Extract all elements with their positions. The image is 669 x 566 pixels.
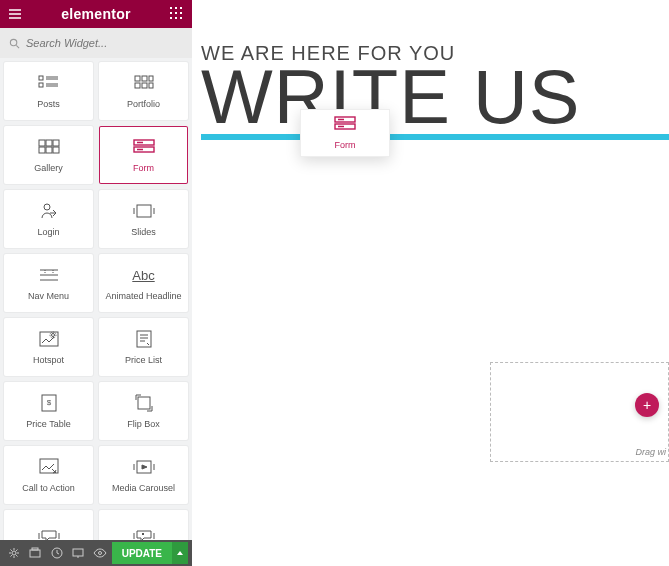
menu-icon[interactable] bbox=[8, 7, 22, 21]
widget-form[interactable]: Form bbox=[99, 126, 188, 184]
widget-login[interactable]: Login bbox=[4, 190, 93, 248]
widget-label: Flip Box bbox=[127, 419, 160, 429]
posts-icon bbox=[38, 73, 60, 93]
add-section-button[interactable]: + bbox=[635, 393, 659, 417]
drop-zone[interactable]: + Drag wi bbox=[490, 362, 669, 462]
history-icon[interactable] bbox=[47, 542, 67, 564]
svg-rect-23 bbox=[53, 147, 59, 153]
widget-flip-box[interactable]: Flip Box bbox=[99, 382, 188, 440]
svg-rect-15 bbox=[135, 83, 140, 88]
widget-call-to-action[interactable]: Call to Action bbox=[4, 446, 93, 504]
navigator-icon[interactable] bbox=[26, 542, 46, 564]
svg-rect-11 bbox=[39, 83, 43, 87]
settings-icon[interactable] bbox=[4, 542, 24, 564]
elementor-panel: elementor Posts Portfolio Gallery Form L… bbox=[0, 0, 192, 566]
drop-hint: Drag wi bbox=[635, 447, 666, 457]
svg-rect-41 bbox=[73, 549, 83, 556]
svg-point-42 bbox=[98, 552, 101, 555]
svg-rect-17 bbox=[149, 83, 153, 88]
svg-rect-22 bbox=[46, 147, 52, 153]
widget-posts[interactable]: Posts bbox=[4, 62, 93, 120]
widget-nav-menu[interactable]: Nav Menu bbox=[4, 254, 93, 312]
widget-grid: Posts Portfolio Gallery Form Login Slide… bbox=[0, 58, 192, 540]
svg-rect-34 bbox=[138, 397, 150, 409]
responsive-icon[interactable] bbox=[69, 542, 89, 564]
widget-label: Posts bbox=[37, 99, 60, 109]
canvas[interactable]: WE ARE HERE FOR YOU WRITE US Form + Drag… bbox=[192, 0, 669, 566]
widget-price-list[interactable]: Price List bbox=[99, 318, 188, 376]
svg-rect-19 bbox=[46, 140, 52, 146]
svg-rect-18 bbox=[39, 140, 45, 146]
svg-point-9 bbox=[10, 39, 16, 45]
preview-icon[interactable] bbox=[90, 542, 110, 564]
svg-rect-27 bbox=[137, 205, 151, 217]
portfolio-icon bbox=[134, 73, 154, 93]
widget-slides[interactable]: Slides bbox=[99, 190, 188, 248]
reviews-icon bbox=[133, 526, 155, 540]
widget-reviews[interactable] bbox=[99, 510, 188, 540]
svg-rect-8 bbox=[180, 17, 182, 19]
svg-rect-21 bbox=[39, 147, 45, 153]
update-options-icon[interactable] bbox=[172, 542, 188, 564]
svg-point-30 bbox=[50, 332, 56, 338]
svg-rect-12 bbox=[135, 76, 140, 81]
svg-rect-6 bbox=[170, 17, 172, 19]
widget-label: Gallery bbox=[34, 163, 63, 173]
widget-label: Animated Headline bbox=[105, 291, 181, 301]
widget-media-carousel[interactable]: Media Carousel bbox=[99, 446, 188, 504]
widget-testimonial-carousel[interactable] bbox=[4, 510, 93, 540]
widget-label: Media Carousel bbox=[112, 483, 175, 493]
animated-headline-icon: Abc bbox=[132, 265, 154, 285]
widget-label: Hotspot bbox=[33, 355, 64, 365]
svg-rect-4 bbox=[175, 12, 177, 14]
widget-label: Nav Menu bbox=[28, 291, 69, 301]
login-icon bbox=[40, 201, 58, 221]
svg-point-29 bbox=[51, 334, 54, 337]
testimonial-icon bbox=[38, 526, 60, 540]
svg-rect-14 bbox=[149, 76, 153, 81]
svg-rect-7 bbox=[175, 17, 177, 19]
widget-hotspot[interactable]: Hotspot bbox=[4, 318, 93, 376]
svg-rect-20 bbox=[53, 140, 59, 146]
svg-rect-0 bbox=[170, 7, 172, 9]
panel-footer: UPDATE bbox=[0, 540, 192, 566]
widget-price-table[interactable]: $Price Table bbox=[4, 382, 93, 440]
svg-rect-10 bbox=[39, 76, 43, 80]
svg-rect-28 bbox=[40, 332, 58, 346]
widget-portfolio[interactable]: Portfolio bbox=[99, 62, 188, 120]
widget-label: Login bbox=[37, 227, 59, 237]
widget-animated-headline[interactable]: AbcAnimated Headline bbox=[99, 254, 188, 312]
dragging-label: Form bbox=[335, 140, 356, 150]
panel-header: elementor bbox=[0, 0, 192, 28]
svg-rect-3 bbox=[170, 12, 172, 14]
dragging-widget[interactable]: Form bbox=[300, 109, 390, 157]
nav-menu-icon bbox=[39, 265, 59, 285]
brand-label: elementor bbox=[61, 6, 131, 22]
hero-section[interactable]: WE ARE HERE FOR YOU WRITE US bbox=[201, 42, 669, 131]
cta-icon bbox=[39, 457, 59, 477]
search-icon bbox=[9, 38, 20, 49]
widget-label: Slides bbox=[131, 227, 156, 237]
hero-underline bbox=[201, 134, 669, 140]
gallery-icon bbox=[38, 137, 60, 157]
update-button[interactable]: UPDATE bbox=[112, 542, 172, 564]
search-bar[interactable] bbox=[0, 28, 192, 58]
media-carousel-icon bbox=[132, 457, 156, 477]
svg-rect-16 bbox=[142, 83, 147, 88]
apps-icon[interactable] bbox=[170, 7, 184, 21]
widget-label: Price Table bbox=[26, 419, 70, 429]
widget-label: Form bbox=[133, 163, 154, 173]
price-table-icon: $ bbox=[41, 393, 57, 413]
update-group: UPDATE bbox=[112, 542, 188, 564]
form-icon bbox=[133, 137, 155, 157]
form-icon bbox=[334, 116, 356, 136]
svg-point-37 bbox=[12, 551, 16, 555]
svg-rect-1 bbox=[175, 7, 177, 9]
widget-label: Portfolio bbox=[127, 99, 160, 109]
hotspot-icon bbox=[39, 329, 59, 349]
search-input[interactable] bbox=[26, 37, 183, 49]
svg-rect-39 bbox=[32, 548, 38, 550]
widget-gallery[interactable]: Gallery bbox=[4, 126, 93, 184]
widget-label: Price List bbox=[125, 355, 162, 365]
hero-title: WRITE US bbox=[201, 63, 669, 131]
